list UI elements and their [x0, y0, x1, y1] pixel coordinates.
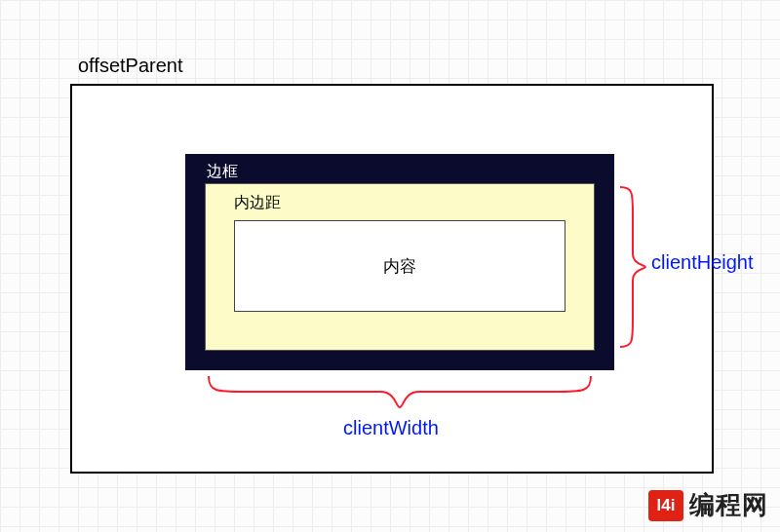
watermark: l4i 编程网 — [648, 488, 768, 522]
border-label: 边框 — [207, 162, 238, 182]
client-width-label: clientWidth — [343, 417, 439, 439]
watermark-text: 编程网 — [689, 488, 768, 522]
padding-label: 内边距 — [234, 193, 281, 213]
content-box: 内容 — [234, 220, 566, 312]
client-width-brace-icon — [207, 374, 593, 411]
client-height-brace-icon — [618, 185, 647, 349]
watermark-badge-icon: l4i — [648, 490, 683, 521]
offset-parent-label: offsetParent — [78, 55, 182, 77]
client-height-label: clientHeight — [651, 251, 754, 274]
content-label: 内容 — [383, 255, 416, 278]
